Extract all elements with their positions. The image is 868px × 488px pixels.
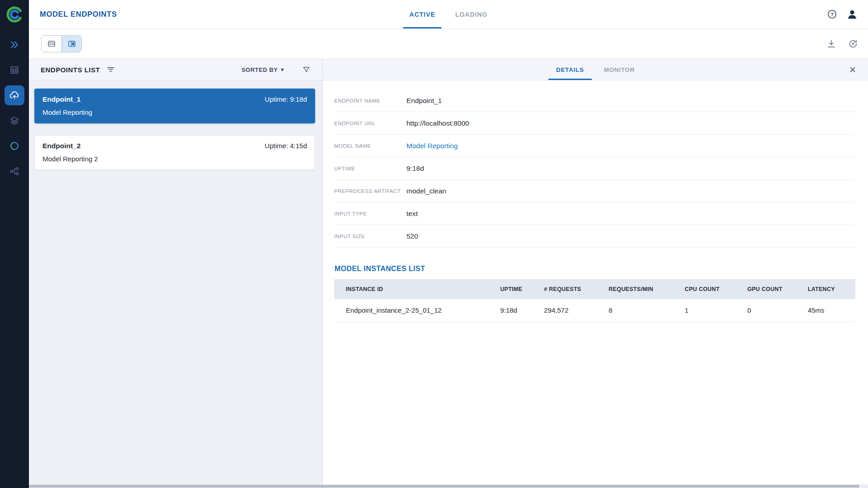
view-toggle-group — [41, 35, 82, 52]
chevron-down-icon: ▾ — [281, 66, 284, 73]
page-title: MODEL ENDPOINTS — [40, 10, 117, 19]
content-area: ENDPOINTS LIST SORTED BY ▾ — [29, 59, 868, 484]
field-value: http://localhost:8000 — [406, 119, 469, 127]
toolbar — [29, 29, 868, 59]
instance-row[interactable]: Endpoint_instance_2-25_01_12 9:18d 294,5… — [334, 299, 855, 322]
sidebar-item-workers-queues[interactable] — [5, 60, 24, 80]
field-label: PREPROCESS ARTIFACT — [334, 188, 406, 194]
field-label: INPUT TYPE — [334, 211, 406, 216]
sort-filter-icon[interactable] — [106, 65, 115, 74]
field-value: 9:18d — [406, 164, 424, 173]
field-label: INPUT SIZE — [334, 234, 406, 239]
download-button[interactable] — [826, 39, 836, 49]
filter-funnel-icon[interactable] — [302, 66, 311, 74]
model-name-link[interactable]: Model Reporting — [406, 142, 458, 150]
field-value: model_clean — [406, 187, 446, 195]
field-value: text — [406, 210, 418, 218]
table-grid-icon — [9, 65, 19, 75]
double-chevron-icon — [9, 40, 19, 50]
table-header-row: INSTANCE ID UPTIME # REQUESTS REQUESTS/M… — [334, 279, 855, 299]
details-tabs: DETAILS MONITOR — [548, 59, 642, 80]
field-row: ENDPOINT NAME Endpoint_1 — [334, 89, 855, 112]
endpoint-name: Endpoint_2 — [42, 142, 80, 150]
tab-monitor[interactable]: MONITOR — [596, 59, 642, 80]
endpoints-list-header: ENDPOINTS LIST SORTED BY ▾ — [29, 59, 322, 80]
column-latency: LATENCY — [803, 279, 855, 299]
details-content: ENDPOINT NAME Endpoint_1 ENDPOINT URL ht… — [323, 80, 868, 484]
help-icon[interactable]: ? — [827, 9, 837, 19]
model-instances-title: MODEL INSTANCES LIST — [335, 265, 855, 273]
app-root: MODEL ENDPOINTS ACTIVE LOADING ? — [0, 0, 868, 488]
column-instance-id: INSTANCE ID — [334, 279, 495, 299]
sidebar-item-applications[interactable] — [5, 136, 24, 156]
header-actions: ? — [827, 9, 858, 20]
field-value: Endpoint_1 — [406, 97, 442, 105]
cell-cpu-count: 1 — [680, 299, 743, 322]
endpoint-card-top: Endpoint_1 Uptime: 9:18d — [42, 95, 307, 103]
details-panel-header: DETAILS MONITOR ✕ — [323, 59, 868, 80]
sidebar-item-projects[interactable] — [5, 35, 24, 55]
field-label: ENDPOINT NAME — [334, 98, 406, 103]
table-view-icon — [47, 39, 56, 48]
split-view-icon — [67, 39, 76, 48]
field-row: INPUT TYPE text — [334, 202, 855, 225]
toolbar-actions — [826, 39, 858, 49]
column-gpu-count: GPU COUNT — [743, 279, 803, 299]
field-row: UPTIME 9:18d — [334, 157, 855, 180]
sidebar-item-pipelines[interactable] — [5, 161, 24, 181]
endpoints-list-title: ENDPOINTS LIST — [41, 66, 100, 74]
column-requests-min: REQUESTS/MIN — [604, 279, 680, 299]
model-instances-table: INSTANCE ID UPTIME # REQUESTS REQUESTS/M… — [334, 279, 855, 322]
endpoint-card-2[interactable]: Endpoint_2 Uptime: 4:15d Model Reporting… — [34, 135, 315, 170]
column-uptime: UPTIME — [495, 279, 539, 299]
field-row: INPUT SIZE 520 — [334, 225, 855, 248]
cell-gpu-count: 0 — [743, 299, 803, 322]
field-row: PREPROCESS ARTIFACT model_clean — [334, 180, 855, 202]
app-logo-icon[interactable] — [5, 5, 24, 23]
endpoint-uptime: Uptime: 9:18d — [265, 95, 307, 103]
sidebar-item-datasets[interactable] — [5, 111, 24, 131]
tab-active[interactable]: ACTIVE — [403, 0, 442, 28]
close-icon[interactable]: ✕ — [849, 59, 856, 80]
endpoint-card-top: Endpoint_2 Uptime: 4:15d — [42, 142, 307, 150]
field-label: MODEL NAME — [334, 143, 406, 149]
sidebar-nav — [5, 35, 24, 187]
field-row: ENDPOINT URL http://localhost:8000 — [334, 112, 855, 135]
horizontal-scrollbar[interactable] — [29, 484, 868, 488]
download-icon — [826, 39, 836, 49]
main-area: MODEL ENDPOINTS ACTIVE LOADING ? — [29, 0, 868, 488]
field-row: MODEL NAME Model Reporting — [334, 135, 855, 157]
table-view-button[interactable] — [42, 36, 61, 52]
column-requests: # REQUESTS — [539, 279, 604, 299]
endpoint-model: Model Reporting — [42, 108, 307, 116]
field-label: UPTIME — [334, 166, 406, 171]
endpoint-uptime: Uptime: 4:15d — [265, 142, 307, 150]
cloud-serving-icon — [9, 90, 20, 101]
svg-text:?: ? — [830, 12, 834, 17]
dual-ring-icon — [9, 141, 19, 151]
endpoint-name: Endpoint_1 — [42, 95, 80, 103]
tab-details[interactable]: DETAILS — [548, 59, 592, 80]
column-cpu-count: CPU COUNT — [680, 279, 743, 299]
endpoints-list-panel: ENDPOINTS LIST SORTED BY ▾ — [29, 59, 323, 484]
endpoint-card-1[interactable]: Endpoint_1 Uptime: 9:18d Model Reporting — [34, 89, 315, 123]
cell-latency: 45ms — [803, 299, 855, 322]
cell-uptime: 9:18d — [495, 299, 539, 322]
sorted-by-dropdown[interactable]: SORTED BY ▾ — [241, 66, 284, 73]
sidebar — [0, 0, 29, 488]
auto-refresh-button[interactable] — [848, 39, 858, 49]
cell-requests: 294,572 — [539, 299, 604, 322]
tab-loading[interactable]: LOADING — [449, 0, 494, 28]
sidebar-item-model-endpoints[interactable] — [5, 85, 24, 105]
user-avatar-icon[interactable] — [846, 9, 858, 20]
field-value: 520 — [406, 232, 418, 240]
header-tabs: ACTIVE LOADING — [403, 0, 494, 28]
split-view-button[interactable] — [61, 36, 81, 52]
cell-instance-id: Endpoint_instance_2-25_01_12 — [334, 299, 495, 322]
endpoint-model: Model Reporting 2 — [42, 155, 307, 163]
endpoints-list: Endpoint_1 Uptime: 9:18d Model Reporting… — [29, 80, 322, 182]
auto-refresh-icon — [848, 39, 858, 49]
scrollbar-thumb[interactable] — [29, 485, 859, 488]
endpoint-details-panel: DETAILS MONITOR ✕ ENDPOINT NAME Endpoint… — [323, 59, 868, 484]
sorted-by-label: SORTED BY — [241, 66, 278, 73]
